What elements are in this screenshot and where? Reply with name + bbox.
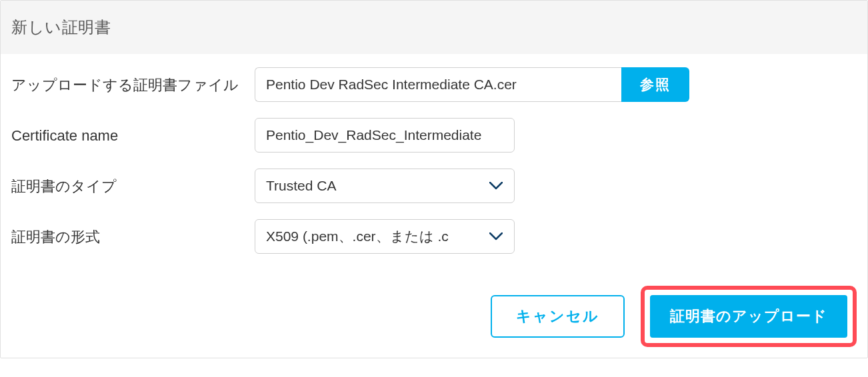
control-cert-file: 参照	[255, 67, 857, 102]
dialog-header: 新しい証明書	[1, 1, 867, 54]
cert-type-select-wrap: Trusted CA	[255, 169, 515, 203]
upload-highlight-box: 証明書のアップロード	[641, 286, 857, 347]
label-cert-format: 証明書の形式	[11, 219, 255, 251]
new-certificate-dialog: 新しい証明書 アップロードする証明書ファイル 参照 Certificate na…	[0, 0, 868, 358]
cert-format-select-wrap: X509 (.pem、.cer、または .c	[255, 219, 515, 254]
cert-name-input[interactable]	[255, 118, 515, 153]
cert-file-input[interactable]	[255, 67, 621, 102]
control-cert-format: X509 (.pem、.cer、または .c	[255, 219, 857, 254]
row-cert-format: 証明書の形式 X509 (.pem、.cer、または .c	[11, 219, 857, 254]
dialog-footer: キャンセル 証明書のアップロード	[1, 275, 867, 358]
row-cert-name: Certificate name	[11, 118, 857, 153]
dialog-body: アップロードする証明書ファイル 参照 Certificate name 証明書の…	[1, 54, 867, 275]
label-cert-name: Certificate name	[11, 118, 255, 150]
control-cert-type: Trusted CA	[255, 169, 857, 203]
label-cert-type: 証明書のタイプ	[11, 169, 255, 200]
file-input-group: 参照	[255, 67, 689, 102]
cert-format-select[interactable]: X509 (.pem、.cer、または .c	[255, 219, 515, 254]
row-cert-file: アップロードする証明書ファイル 参照	[11, 67, 857, 102]
cancel-button[interactable]: キャンセル	[491, 295, 625, 338]
cert-type-select[interactable]: Trusted CA	[255, 169, 515, 203]
dialog-title: 新しい証明書	[11, 17, 857, 38]
row-cert-type: 証明書のタイプ Trusted CA	[11, 169, 857, 203]
control-cert-name	[255, 118, 857, 153]
upload-certificate-button[interactable]: 証明書のアップロード	[650, 295, 847, 338]
label-cert-file: アップロードする証明書ファイル	[11, 67, 255, 99]
browse-button[interactable]: 参照	[621, 67, 689, 102]
